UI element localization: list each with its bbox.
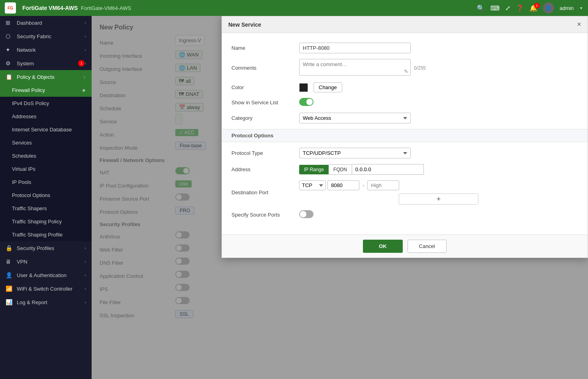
- modal-category-select[interactable]: Web Access General Email File Access Aut…: [299, 113, 411, 123]
- sidebar-item-traffic-shapers[interactable]: Traffic Shapers: [0, 202, 92, 215]
- ip-range-button[interactable]: IP Range: [299, 165, 329, 174]
- fullscreen-icon[interactable]: ⤢: [505, 4, 510, 12]
- sidebar-item-dashboard[interactable]: ⊞ Dashboard ›: [0, 16, 92, 29]
- sidebar-item-virtual-ips[interactable]: Virtual IPs: [0, 162, 92, 176]
- port-dash: -: [361, 182, 366, 188]
- modal-category-label: Category: [231, 115, 299, 121]
- sidebar-item-traffic-shaping-policy[interactable]: Traffic Shaping Policy: [0, 215, 92, 228]
- sidebar-item-services[interactable]: Services: [0, 136, 92, 149]
- sidebar-label-ipv4-dos: IPv4 DoS Policy: [12, 100, 86, 106]
- modal-destination-port-row: Destination Port TCP UDP SCTP: [231, 180, 578, 205]
- sidebar-item-network[interactable]: ✦ Network ›: [0, 43, 92, 57]
- vpn-icon: 🖥: [6, 258, 13, 265]
- star-icon: ★: [82, 88, 86, 93]
- sidebar-label-schedules: Schedules: [12, 153, 86, 159]
- modal-category-row: Category Web Access General Email File A…: [231, 113, 578, 123]
- sidebar-label-vpn: VPN: [17, 259, 84, 265]
- port-low-input[interactable]: [327, 180, 359, 190]
- sidebar-item-log-report[interactable]: 📊 Log & Report ›: [0, 295, 92, 309]
- sidebar-item-ip-pools[interactable]: IP Pools: [0, 176, 92, 189]
- modal-comments-textarea[interactable]: [299, 59, 411, 76]
- port-protocol-select[interactable]: TCP UDP SCTP: [299, 180, 326, 190]
- sidebar-item-protocol-options[interactable]: Protocol Options: [0, 189, 92, 202]
- device-name: FortiGate-VM64-AWS: [81, 5, 131, 11]
- sidebar-item-traffic-shaping-profile[interactable]: Traffic Shaping Profile: [0, 228, 92, 241]
- modal-name-input[interactable]: [299, 43, 411, 53]
- sidebar-label-traffic-shaping-profile: Traffic Shaping Profile: [12, 232, 86, 238]
- sidebar-label-traffic-shaping-policy: Traffic Shaping Policy: [12, 219, 86, 225]
- modal-comments-label: Comments: [231, 65, 299, 71]
- modal-address-row: Address IP Range FQDN: [231, 164, 578, 175]
- sidebar-item-security-fabric[interactable]: ⬡ Security Fabric ›: [0, 29, 92, 43]
- search-icon[interactable]: 🔍: [477, 4, 485, 12]
- add-port-button[interactable]: +: [399, 194, 478, 204]
- modal-protocol-type-row: Protocol Type TCP/UDP/SCTP ICMP ICMPv6 I…: [231, 148, 578, 158]
- chevron-right-icon-vpn: ›: [84, 259, 86, 264]
- modal-name-row: Name: [231, 43, 578, 53]
- modal-protocol-type-select[interactable]: TCP/UDP/SCTP ICMP ICMPv6 IP ALL: [299, 148, 411, 158]
- modal-destination-port-label: Destination Port: [231, 190, 299, 195]
- topbar: FG FortiGate VM64-AWS FortiGate-VM64-AWS…: [0, 0, 588, 16]
- logo-icon: FG: [5, 2, 16, 14]
- sidebar-item-addresses[interactable]: Addresses: [0, 110, 92, 123]
- modal-title: New Service: [228, 21, 261, 28]
- ok-button[interactable]: OK: [363, 240, 403, 253]
- avatar: 👤: [543, 2, 554, 14]
- network-icon: ✦: [6, 47, 13, 53]
- sidebar-item-wifi-switch[interactable]: 📶 WiFi & Switch Controller ›: [0, 282, 92, 295]
- main-layout: ⊞ Dashboard › ⬡ Security Fabric › ✦ Netw…: [0, 16, 588, 379]
- specify-source-ports-toggle[interactable]: [299, 210, 314, 218]
- color-change-button[interactable]: Change: [314, 82, 342, 92]
- sidebar-item-internet-service-db[interactable]: Internet Service Database: [0, 123, 92, 136]
- modal-close-button[interactable]: ×: [577, 20, 581, 29]
- sidebar-label-firewall-policy: Firewall Policy: [12, 87, 79, 93]
- sidebar-label-ip-pools: IP Pools: [12, 179, 86, 185]
- help-icon[interactable]: ❓: [516, 4, 524, 12]
- security-fabric-icon: ⬡: [6, 33, 13, 39]
- chevron-down-icon-po: ∨: [83, 74, 86, 80]
- chevron-right-icon-ws: ›: [84, 286, 86, 291]
- sidebar-item-policy-objects[interactable]: 📋 Policy & Objects ∨: [0, 70, 92, 84]
- chevron-right-icon-net: ›: [84, 47, 86, 52]
- app-logo: FG: [5, 2, 16, 14]
- admin-dropdown-icon[interactable]: ▼: [579, 6, 583, 10]
- modal-overlay: New Service × Name Comments: [92, 16, 588, 379]
- cancel-button[interactable]: Cancel: [408, 240, 447, 253]
- modal-address-label: Address: [231, 166, 299, 172]
- sidebar-label-virtual-ips: Virtual IPs: [12, 166, 86, 172]
- port-high-input[interactable]: [367, 180, 399, 190]
- char-count: 0/255: [414, 65, 426, 71]
- sidebar: ⊞ Dashboard › ⬡ Security Fabric › ✦ Netw…: [0, 16, 92, 379]
- sidebar-label-internet-service-db: Internet Service Database: [12, 127, 86, 133]
- sidebar-label-network: Network: [17, 47, 84, 53]
- sidebar-item-firewall-policy[interactable]: Firewall Policy ★: [0, 84, 92, 97]
- system-badge: 1: [78, 60, 84, 66]
- protocol-options-section-header: Protocol Options: [222, 129, 588, 142]
- sidebar-label-security-fabric: Security Fabric: [17, 33, 84, 39]
- modal-specify-source-ports-row: Specify Source Ports: [231, 210, 578, 219]
- bell-icon[interactable]: 🔔 1: [529, 4, 537, 12]
- sidebar-item-security-profiles[interactable]: 🔒 Security Profiles ›: [0, 241, 92, 255]
- app-brand: FortiGate VM64-AWS: [22, 5, 78, 11]
- sidebar-item-system[interactable]: ⚙ System 1 ›: [0, 57, 92, 70]
- admin-label[interactable]: admin: [560, 5, 574, 11]
- sidebar-item-user-auth[interactable]: 👤 User & Authentication ›: [0, 268, 92, 282]
- terminal-icon[interactable]: ⌨: [490, 4, 500, 12]
- modal-comments-row: Comments ✎ 0/255: [231, 59, 578, 77]
- ip-address-input[interactable]: [352, 164, 424, 175]
- fqdn-button[interactable]: FQDN: [329, 164, 352, 175]
- show-service-list-toggle[interactable]: [299, 98, 314, 106]
- sidebar-item-ipv4-dos[interactable]: IPv4 DoS Policy: [0, 97, 92, 110]
- sidebar-item-vpn[interactable]: 🖥 VPN ›: [0, 255, 92, 268]
- lock-icon: 🔒: [6, 245, 13, 251]
- chevron-right-icon-sp: ›: [84, 246, 86, 250]
- modal-footer: OK Cancel: [222, 234, 588, 258]
- modal-header: New Service ×: [222, 16, 588, 33]
- content-area: New Policy Name Ingress-V Incoming Inter…: [92, 16, 588, 379]
- sidebar-label-addresses: Addresses: [12, 113, 86, 119]
- sidebar-label-traffic-shapers: Traffic Shapers: [12, 205, 86, 211]
- wifi-icon: 📶: [6, 285, 13, 292]
- add-port-row: +: [299, 193, 578, 205]
- new-service-modal: New Service × Name Comments: [221, 16, 588, 258]
- sidebar-item-schedules[interactable]: Schedules: [0, 149, 92, 162]
